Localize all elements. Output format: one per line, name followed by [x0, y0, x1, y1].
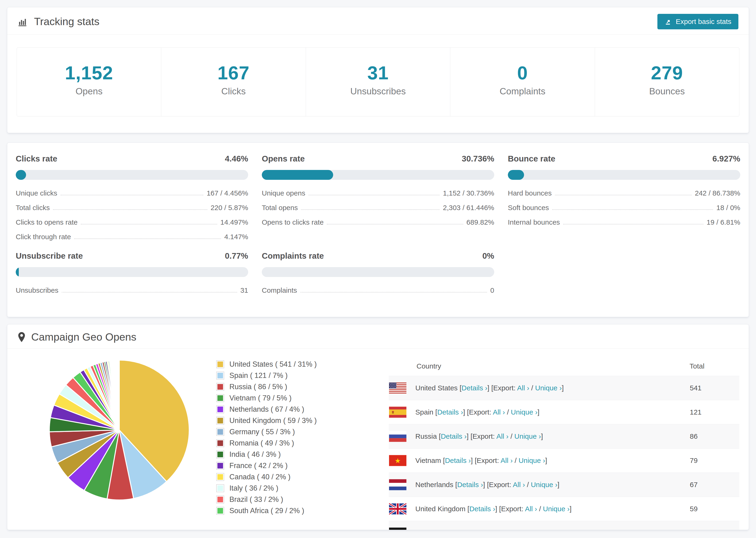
details-link[interactable]: Details ›	[437, 408, 463, 416]
geo-table: Country Total United States [Details ›] …	[389, 355, 739, 530]
dotted-leader	[552, 209, 713, 210]
stat-label: Complaints	[450, 86, 594, 96]
export-unique-link[interactable]: Unique ›	[511, 408, 537, 416]
unsubscribe-rate-panel: Unsubscribe rate 0.77% Unsubscribes 31	[16, 251, 248, 295]
legend-item-united-kingdom: United Kingdom ( 59 / 3% )	[216, 417, 341, 425]
country-cell: Netherlands [Details ›] [Export: All › /…	[389, 479, 689, 490]
details-link[interactable]: Details ›	[441, 432, 466, 440]
export-all-link[interactable]: All ›	[517, 384, 529, 392]
export-unique-link[interactable]: Unique ›	[535, 384, 562, 392]
export-all-link[interactable]: All ›	[501, 457, 513, 464]
progress-bar	[16, 267, 248, 277]
geo-row-russia: Russia [Details ›] [Export: All › / Uniq…	[389, 424, 739, 449]
export-all-link[interactable]: All ›	[496, 432, 509, 440]
bounce-rate-panel: Bounce rate 6.927% Hard bounces 242 / 86…	[508, 154, 740, 241]
legend-item-canada: Canada ( 40 / 2% )	[216, 473, 341, 481]
dotted-leader	[62, 292, 237, 293]
dotted-leader	[308, 195, 440, 195]
export-unique-link[interactable]: Unique ›	[514, 432, 541, 440]
export-basic-stats-button[interactable]: Export basic stats	[657, 14, 738, 29]
export-unique-link[interactable]: Unique ›	[543, 505, 569, 512]
stat-box-complaints: 0 Complaints	[450, 48, 594, 116]
progress-bar	[508, 170, 740, 180]
rate-value: 4.46%	[225, 154, 248, 163]
legend-swatch	[216, 383, 224, 391]
map-pin-icon	[18, 332, 26, 343]
details-link[interactable]: Details ›	[457, 481, 483, 488]
geo-row-spain: Spain [Details ›] [Export: All › / Uniqu…	[389, 400, 739, 424]
legend-item-india: India ( 46 / 3% )	[216, 451, 341, 458]
rate-stat-row: Total opens 2,303 / 61.446%	[262, 204, 494, 212]
rate-stat-label: Internal bounces	[508, 218, 560, 226]
country-text: Germany [Details ›] [Export: All › / Uni…	[415, 529, 550, 530]
rate-stat-value: 1,152 / 30.736%	[443, 189, 494, 197]
export-all-link[interactable]: All ›	[493, 408, 505, 416]
details-link[interactable]: Details ›	[448, 529, 474, 530]
country-cell: Russia [Details ›] [Export: All › / Uniq…	[389, 431, 689, 442]
stat-value: 167	[161, 62, 305, 84]
legend-swatch	[216, 417, 224, 425]
dotted-leader	[327, 224, 463, 224]
flag-icon-de	[389, 527, 406, 530]
export-all-link[interactable]: All ›	[504, 529, 516, 530]
rate-stat-row: Soft bounces 18 / 0%	[508, 204, 740, 212]
legend-label: Italy ( 36 / 2% )	[229, 484, 278, 492]
rate-stat-label: Click through rate	[16, 233, 71, 241]
export-all-link[interactable]: All ›	[525, 505, 537, 512]
legend-item-brazil: Brazil ( 33 / 2% )	[216, 496, 341, 504]
pie-legend: United States ( 541 / 31% ) Spain ( 121 …	[216, 355, 341, 518]
stat-value: 31	[306, 62, 450, 84]
country-text: United Kingdom [Details ›] [Export: All …	[415, 505, 571, 513]
country-text: Spain [Details ›] [Export: All › / Uniqu…	[415, 408, 540, 416]
export-unique-link[interactable]: Unique ›	[531, 481, 557, 488]
geo-row-netherlands: Netherlands [Details ›] [Export: All › /…	[389, 473, 739, 497]
legend-swatch	[216, 496, 224, 504]
geo-table-header-row: Country Total	[389, 355, 739, 376]
rate-title: Complaints rate	[262, 251, 324, 260]
export-unique-link[interactable]: Unique ›	[519, 457, 545, 464]
progress-bar-fill	[508, 170, 524, 180]
details-link[interactable]: Details ›	[469, 505, 495, 512]
legend-item-united-states: United States ( 541 / 31% )	[216, 360, 341, 368]
rate-stat-label: Total clicks	[16, 204, 50, 212]
rate-stat-label: Unsubscribes	[16, 286, 58, 295]
legend-label: Canada ( 40 / 2% )	[229, 473, 291, 481]
geo-content: United States ( 541 / 31% ) Spain ( 121 …	[7, 349, 749, 530]
bar-chart-icon	[18, 16, 28, 27]
export-all-link[interactable]: All ›	[513, 481, 525, 488]
country-cell: United Kingdom [Details ›] [Export: All …	[389, 503, 689, 514]
geo-opens-card: Campaign Geo Opens United States ( 541 /…	[7, 324, 749, 530]
rate-title: Unsubscribe rate	[16, 251, 83, 260]
total-cell: 86	[689, 424, 739, 449]
progress-bar-fill	[16, 267, 19, 277]
legend-swatch	[216, 372, 224, 380]
rate-stat-row: Opens to clicks rate 689.82%	[262, 218, 494, 226]
legend-item-romania: Romania ( 49 / 3% )	[216, 439, 341, 447]
total-cell: 121	[689, 400, 739, 424]
rate-value: 30.736%	[462, 154, 494, 163]
rate-value: 0.77%	[225, 251, 248, 260]
rate-stat-label: Unique clicks	[16, 189, 57, 197]
rate-stat-row: Total clicks 220 / 5.87%	[16, 204, 248, 212]
export-unique-link[interactable]: Unique ›	[522, 529, 549, 530]
total-cell: 541	[689, 376, 739, 400]
rates-card: Clicks rate 4.46% Unique clicks 167 / 4.…	[7, 142, 749, 317]
country-cell: ★ Vietnam [Details ›] [Export: All › / U…	[389, 455, 689, 466]
rate-stat-value: 18 / 0%	[716, 204, 740, 212]
legend-label: United Kingdom ( 59 / 3% )	[229, 417, 317, 424]
tracking-card-header: Tracking stats Export basic stats	[7, 7, 749, 35]
legend-swatch	[216, 360, 224, 368]
geo-row-united-states: United States [Details ›] [Export: All ›…	[389, 376, 739, 400]
legend-label: Romania ( 49 / 3% )	[229, 439, 294, 447]
details-link[interactable]: Details ›	[461, 384, 487, 392]
legend-label: Spain ( 121 / 7% )	[229, 372, 288, 379]
empty-grid-cell	[508, 251, 740, 295]
details-link[interactable]: Details ›	[445, 457, 471, 464]
dotted-leader	[555, 195, 692, 195]
rate-stat-label: Total opens	[262, 204, 298, 212]
geo-title-row: Campaign Geo Opens	[18, 331, 136, 343]
legend-item-italy: Italy ( 36 / 2% )	[216, 484, 341, 492]
legend-item-south-africa: South Africa ( 29 / 2% )	[216, 507, 341, 515]
rate-title: Bounce rate	[508, 154, 555, 163]
total-cell: 67	[689, 473, 739, 497]
